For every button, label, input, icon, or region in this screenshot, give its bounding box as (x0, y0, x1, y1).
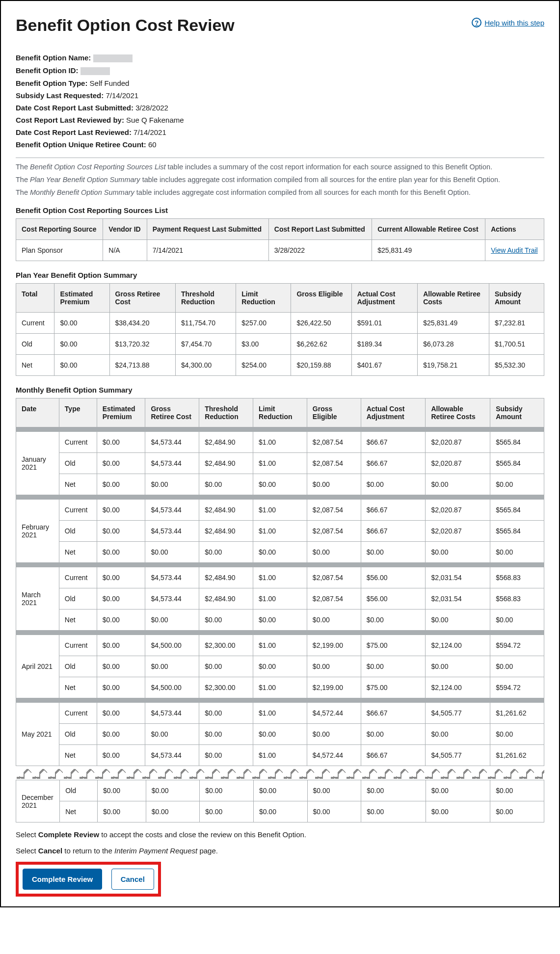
cell: $0.00 (426, 724, 490, 745)
cell: $2,087.54 (307, 453, 361, 474)
cell: $0.00 (307, 474, 361, 495)
cell: Net (59, 542, 97, 563)
col-actual-cost-adj: Actual Cost Adjustment (351, 284, 417, 313)
cell: $1,700.51 (489, 334, 544, 355)
cell: $0.00 (97, 656, 145, 677)
cell: $0.00 (253, 474, 307, 495)
cell: $0.00 (97, 677, 145, 698)
cell: $0.00 (54, 313, 109, 334)
cell: $2,484.90 (199, 500, 253, 521)
divider (16, 158, 544, 158)
cell: $0.00 (200, 780, 254, 801)
cell: $0.00 (307, 724, 361, 745)
table-header-row: Cost Reporting Source Vendor ID Payment … (16, 219, 544, 240)
col-gross-eligible: Gross Eligible (307, 398, 361, 427)
cell: $2,087.54 (307, 588, 361, 610)
cell: $0.00 (146, 780, 200, 801)
table-row: February 2021Current$0.00$4,573.44$2,484… (16, 500, 544, 521)
month-separator (16, 563, 544, 567)
view-audit-trail-link[interactable]: View Audit Trail (491, 246, 537, 254)
cell: $0.00 (97, 745, 145, 766)
cell: $1,261.62 (490, 745, 544, 766)
col-est-premium: Estimated Premium (54, 284, 109, 313)
cell: $0.00 (307, 656, 361, 677)
cell: $2,087.54 (307, 500, 361, 521)
cell: $568.83 (490, 567, 544, 588)
col-limit: Limit Reduction (236, 284, 291, 313)
cell: $0.00 (97, 780, 146, 801)
cell: Old (59, 656, 97, 677)
monthly-table: Date Type Estimated Premium Gross Retire… (16, 398, 544, 766)
table-row: Old$0.00$4,573.44$2,484.90$1.00$2,087.54… (16, 521, 544, 542)
cell: $0.00 (145, 656, 199, 677)
cell: Old (60, 780, 98, 801)
cell: $1.00 (253, 567, 307, 588)
col-date: Date (16, 398, 59, 427)
cell: $565.84 (490, 500, 544, 521)
cell: $591.01 (351, 313, 417, 334)
month-cell: February 2021 (16, 500, 59, 563)
table-row: Net$0.00$0.00$0.00$0.00$0.00$0.00$0.00$0… (16, 801, 544, 822)
cell: $11,754.70 (176, 313, 236, 334)
cell: Net (60, 801, 98, 822)
cell: $4,505.77 (426, 745, 490, 766)
help-link[interactable]: ? Help with this step (472, 18, 544, 27)
cell: $66.67 (361, 500, 426, 521)
cell: $66.67 (361, 453, 426, 474)
cell: $0.00 (97, 521, 145, 542)
redacted-name (93, 54, 133, 62)
cell: $1.00 (253, 453, 307, 474)
cell: $0.00 (490, 610, 544, 631)
cell: $4,300.00 (176, 355, 236, 376)
cell: $0.00 (199, 474, 253, 495)
table-row: March 2021Current$0.00$4,573.44$2,484.90… (16, 567, 544, 588)
cell: $25,831.49 (372, 240, 485, 261)
col-subsidy: Subsidy Amount (489, 284, 544, 313)
cell: $0.00 (145, 474, 199, 495)
col-total: Total (16, 284, 54, 313)
cell: $0.00 (97, 500, 145, 521)
cell: $2,087.54 (307, 567, 361, 588)
cell: $594.72 (490, 635, 544, 656)
table-row: Old$0.00$4,573.44$2,484.90$1.00$2,087.54… (16, 588, 544, 610)
cell: $0.00 (490, 801, 544, 822)
cell: $401.67 (351, 355, 417, 376)
cell: $0.00 (426, 610, 490, 631)
complete-review-button[interactable]: Complete Review (23, 869, 102, 890)
table-row: Net$0.00$0.00$0.00$0.00$0.00$0.00$0.00$0… (16, 610, 544, 631)
table-row: Old$0.00$13,720.32$7,454.70$3.00$6,262.6… (16, 334, 544, 355)
cell: Current (16, 313, 54, 334)
col-gross-retiree: Gross Retiree Cost (109, 284, 175, 313)
cell: $0.00 (97, 567, 145, 588)
cell: $0.00 (361, 474, 426, 495)
cell: Current (59, 567, 97, 588)
month-cell: December 2021 (16, 780, 60, 822)
cell: Net (59, 474, 97, 495)
col-actual-cost-adj: Actual Cost Adjustment (361, 398, 426, 427)
month-cell: April 2021 (16, 635, 59, 698)
cell: $2,020.87 (426, 432, 490, 453)
col-allowable-cost: Current Allowable Retiree Cost (372, 219, 485, 240)
cancel-button[interactable]: Cancel (111, 869, 154, 890)
cell: 7/14/2021 (147, 240, 268, 261)
cell: $257.00 (236, 313, 291, 334)
cell: $2,484.90 (199, 432, 253, 453)
cell: $2,087.54 (307, 521, 361, 542)
cell: $7,232.81 (489, 313, 544, 334)
cell: $0.00 (426, 474, 490, 495)
month-separator (16, 631, 544, 635)
cell: $6,073.28 (418, 334, 489, 355)
cell: $0.00 (97, 453, 145, 474)
cell: $189.34 (351, 334, 417, 355)
cell: $13,720.32 (109, 334, 175, 355)
monthly-table-dec: December 2021Old$0.00$0.00$0.00$0.00$0.0… (16, 780, 544, 822)
col-allowable-costs: Allowable Retiree Costs (426, 398, 490, 427)
cell: $2,020.87 (426, 500, 490, 521)
cell: Old (59, 453, 97, 474)
cell: $0.00 (307, 801, 361, 822)
cell: $0.00 (490, 780, 544, 801)
cell: $0.00 (307, 780, 361, 801)
col-limit: Limit Reduction (253, 398, 307, 427)
cell: $4,505.77 (426, 703, 490, 724)
cell: $2,124.00 (426, 635, 490, 656)
